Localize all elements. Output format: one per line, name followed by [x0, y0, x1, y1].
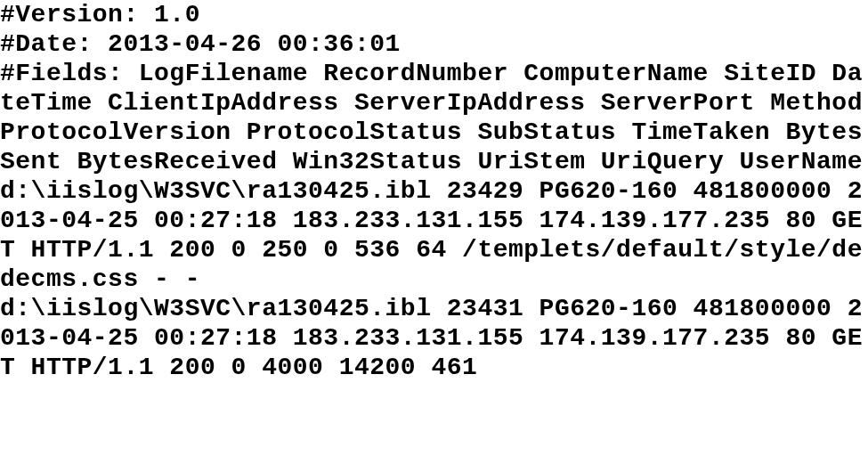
iis-log-text: #Version: 1.0 #Date: 2013-04-26 00:36:01…	[0, 0, 868, 382]
log-line: d:\iislog\W3SVC\ra130425.ibl 23429 PG620…	[0, 177, 863, 293]
log-line: d:\iislog\W3SVC\ra130425.ibl 23431 PG620…	[0, 295, 863, 381]
log-line: #Date: 2013-04-26 00:36:01	[0, 30, 401, 58]
log-line: #Version: 1.0	[0, 1, 200, 28]
log-line: #Fields: LogFilename RecordNumber Comput…	[0, 60, 868, 175]
